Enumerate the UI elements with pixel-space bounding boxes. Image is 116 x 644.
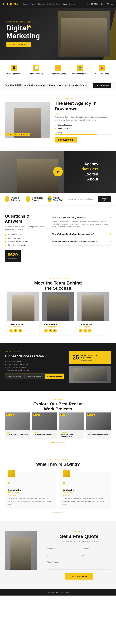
footer: © 2024 Pitoon. All Rights Reserved.	[0, 589, 116, 596]
search-icon[interactable]: 🔍	[107, 3, 110, 5]
logo[interactable]: PITOON●	[3, 2, 18, 6]
stats-bar: 💡 Thinking Differently 🏆 High Quality Pr…	[0, 192, 116, 206]
message-textarea[interactable]	[47, 560, 111, 570]
form-name-row	[47, 546, 111, 551]
service-dots-2	[27, 76, 45, 76]
projects-title: Explore Our Best Recent Work Projects	[5, 402, 111, 412]
test-dot-2[interactable]	[55, 512, 57, 513]
service-mobile[interactable]: 📱 Mobile Applications	[5, 65, 23, 76]
discover-button[interactable]: Discover More	[55, 137, 77, 142]
test-dot-4[interactable]	[59, 512, 61, 513]
christine-li[interactable]: in	[88, 329, 92, 332]
service-dots-4	[71, 76, 89, 76]
tab-financial-advise[interactable]: Financial Advise	[25, 374, 44, 379]
progress-fill	[55, 134, 97, 135]
qa-toggle-1[interactable]: +	[110, 216, 111, 219]
project-info-3: Software Software Tools Development	[59, 430, 84, 439]
form-contact-row	[47, 553, 111, 558]
test-dot-5[interactable]	[62, 512, 63, 513]
qa-toggle-2[interactable]: +	[110, 233, 111, 236]
service-digital[interactable]: 📊 Digital Marketing	[27, 65, 45, 76]
phone-input[interactable]	[47, 553, 78, 558]
jessica-socials: f t in	[9, 329, 37, 332]
project-card-4[interactable]: Branding App App-Platform Integration	[86, 412, 111, 439]
tab-business-growth[interactable]: Business Growth	[5, 374, 25, 379]
service-graphic[interactable]: 🎨 Graphic Designing	[49, 65, 67, 76]
jessica-li[interactable]: in	[18, 329, 22, 332]
dark-list-item-3: ✓ Your business solution is here	[5, 369, 64, 371]
video-play-button[interactable]: ▶	[53, 167, 63, 176]
qa-toggle-3[interactable]: +	[110, 240, 111, 243]
kevin-photo	[42, 292, 74, 321]
qa-question-2[interactable]: What We Should do If We're decreasing sa…	[52, 233, 111, 236]
testimonials-title: What They're Saying?	[5, 462, 111, 467]
nav-services[interactable]: Services	[38, 3, 45, 5]
submit-button[interactable]: Send Message	[65, 574, 93, 580]
navigation: PITOON● Home Pages Services Projects Blo…	[0, 0, 116, 8]
dot1	[34, 76, 35, 76]
stat-quality-text: High Quality Projects	[32, 197, 44, 201]
kevin-tw[interactable]: t	[49, 329, 52, 332]
test-dot-3[interactable]	[57, 512, 59, 513]
qa-question-3[interactable]: Which Services are Required to Build a W…	[52, 240, 111, 243]
check-icon-1: ✓	[55, 124, 57, 126]
testimonial-card-1: " Kevin martin CEO & Founder ★★★★★ Lorem…	[5, 472, 56, 508]
kevin-role: Marketing Expert	[44, 326, 72, 328]
contact-search-input[interactable]	[67, 197, 96, 201]
team-card-kevin: Kevin Martin Marketing Expert f t in	[42, 292, 74, 335]
kevin-li[interactable]: in	[53, 329, 57, 332]
project-card-2[interactable]: Design Tech Tech Website Solution	[32, 412, 57, 439]
proj-dot-1[interactable]	[51, 442, 55, 443]
newsletter-button[interactable]: Let's Get Started	[93, 83, 111, 88]
contact-now-button[interactable]: Contact Now	[98, 196, 111, 202]
quote-mark-1: "	[8, 481, 53, 488]
nav-pages[interactable]: Pages	[30, 3, 35, 5]
graphic-icon: 🎨	[55, 65, 61, 71]
project-card-1[interactable]: Branding App App-Platform Integration	[5, 412, 30, 439]
nav-contact[interactable]: Contact	[69, 3, 75, 5]
christine-fb[interactable]: f	[79, 329, 83, 332]
nav-shop[interactable]: Shop	[63, 3, 67, 5]
nav-projects[interactable]: Projects	[47, 3, 54, 5]
stat-thinking: 💡 Thinking Differently	[5, 196, 22, 202]
last-name-input[interactable]	[80, 546, 111, 551]
qa-item-2: What We Should do If We're decreasing sa…	[52, 230, 111, 238]
proj-dot-2[interactable]	[56, 442, 60, 443]
service-web[interactable]: 💻 Web Development	[71, 65, 89, 76]
project-card-3[interactable]: Dev Software Software Tools Development	[59, 412, 84, 439]
menu-icon[interactable]: ☰	[111, 3, 113, 5]
checklist-item-1: ✓ Design Freedom	[55, 124, 111, 126]
best-agency-desc: Welcome to Best in class. Our Unique com…	[55, 116, 111, 121]
dark-services-section: OUR SERVICES Highest Success Rates We Gr…	[0, 343, 116, 391]
service-social[interactable]: 📣 Social Marketing	[93, 65, 111, 76]
nav-home[interactable]: Home	[23, 3, 28, 5]
checklist-item-2: ✓ Marketing Rules	[55, 127, 111, 130]
qa-answer-1: There are many variations in passages of…	[52, 220, 111, 228]
best-agency-content: GET TO KNOW US The Best Agency in Downto…	[55, 98, 111, 142]
proj-dot-3[interactable]	[61, 442, 65, 443]
dark-check-1: ✓	[5, 364, 6, 366]
dot3	[103, 76, 104, 76]
tab-marketing-solution[interactable]: Marketing Solution	[45, 374, 64, 379]
christine-tw[interactable]: t	[84, 329, 87, 332]
best-agency-label: GET TO KNOW US	[55, 98, 111, 100]
contact-title: Get a Free Quote	[47, 534, 111, 539]
nav-links: Home Pages Services Projects Blog Shop C…	[23, 3, 87, 5]
nav-blog[interactable]: Blog	[56, 3, 60, 5]
contact-bar: Contact Now	[67, 196, 111, 202]
email-input[interactable]	[80, 553, 111, 558]
projects-label: OUR WORK	[5, 399, 111, 400]
test-dot-1[interactable]	[53, 512, 54, 513]
jessica-tw[interactable]: t	[14, 329, 17, 332]
project-name-2: Tech Website Solution	[34, 434, 55, 436]
kevin-fb[interactable]: f	[44, 329, 48, 332]
first-name-input[interactable]	[47, 546, 78, 551]
project-cat-4: App	[88, 432, 109, 434]
project-tag-2: Design	[33, 414, 40, 416]
hero-cta-button[interactable]: Discover More	[6, 42, 31, 47]
qa-question-1[interactable]: What is a Digital Marketing Services? +	[52, 216, 111, 219]
christine-socials: f t in	[79, 329, 107, 332]
jessica-fb[interactable]: f	[9, 329, 13, 332]
project-cat-1: App	[7, 432, 28, 434]
project-img-4: Branding	[86, 412, 111, 430]
